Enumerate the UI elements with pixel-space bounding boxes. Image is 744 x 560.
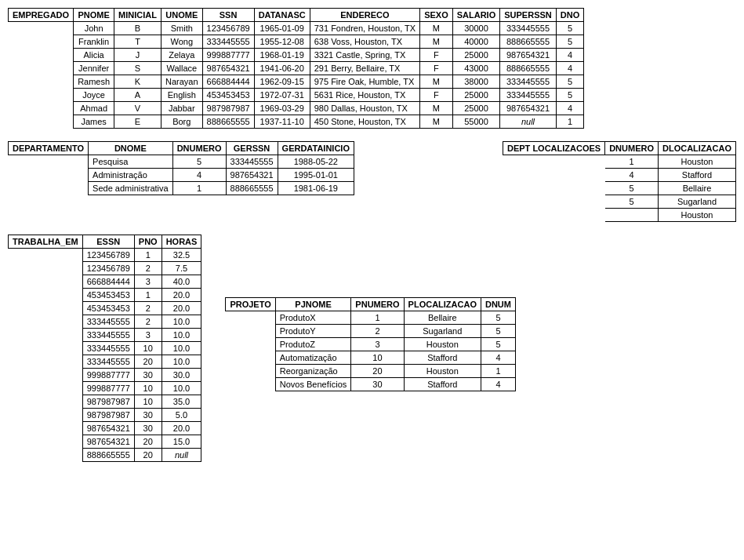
- table-row: M: [420, 75, 453, 89]
- dept-localizacoes-table: DEPT LOCALIZACOESDNUMERODLOCALIZACAO 1Ho…: [503, 141, 736, 222]
- table-row: [226, 378, 275, 391]
- table-row: 3: [134, 275, 162, 289]
- table-row: 4: [556, 102, 583, 115]
- table-row: 333445555: [82, 355, 134, 369]
- table-row: [9, 382, 83, 395]
- table-row: 30: [351, 378, 404, 391]
- empregado-header-superssn: SUPERSSN: [500, 9, 557, 22]
- table-row: Sede administrativa: [89, 182, 173, 195]
- table-row: Bellaire: [659, 182, 736, 195]
- table-row: 333445555: [500, 22, 557, 35]
- table-row: 4: [605, 169, 659, 182]
- dept-loc-th-0: DEPT LOCALIZACOES: [503, 142, 604, 155]
- table-row: 10.0: [162, 342, 201, 355]
- table-row: Jabbar: [161, 102, 202, 115]
- table-row: 975 Fire Oak, Humble, TX: [310, 75, 419, 89]
- empregado-header-sexo: SEXO: [420, 9, 453, 22]
- table-row: 7.5: [162, 262, 201, 275]
- table-row: 453453453: [82, 302, 134, 315]
- table-row: 731 Fondren, Houston, TX: [310, 22, 419, 35]
- table-row: 10: [351, 351, 404, 365]
- table-row: 5: [556, 89, 583, 102]
- table-row: 32.5: [162, 249, 201, 262]
- trabalha-em-header-essn: ESSN: [82, 235, 134, 249]
- table-row: 3: [134, 329, 162, 342]
- table-row: null: [500, 115, 557, 129]
- table-row: 10: [134, 395, 162, 409]
- table-row: 333445555: [202, 35, 254, 49]
- table-row: 987654321: [202, 62, 254, 75]
- table-row: 1962-09-15: [254, 75, 310, 89]
- table-row: Alicia: [74, 49, 114, 62]
- table-row: 888665555: [500, 62, 557, 75]
- table-row: [9, 102, 74, 115]
- table-row: 4: [172, 169, 226, 182]
- empregado-header-datanasc: DATANASC: [254, 9, 310, 22]
- table-row: 123456789: [82, 249, 134, 262]
- table-row: [9, 62, 74, 75]
- table-row: [9, 302, 83, 315]
- table-row: 888665555: [226, 182, 278, 195]
- table-row: 30.0: [162, 369, 201, 382]
- table-row: 20: [351, 365, 404, 378]
- bottom-section: TRABALHA_EM ESSN PNO HORAS 123456789132.…: [8, 235, 736, 462]
- table-row: 5: [481, 325, 515, 338]
- empregado-header-unome: UNOME: [161, 9, 202, 22]
- table-row: 987987987: [82, 395, 134, 409]
- table-row: [9, 89, 74, 102]
- table-row: E: [114, 115, 162, 129]
- table-row: [503, 182, 604, 195]
- table-row: Bellaire: [404, 311, 481, 325]
- table-row: [9, 169, 89, 182]
- table-row: S: [114, 62, 162, 75]
- table-row: [9, 422, 83, 435]
- table-row: 20.0: [162, 289, 201, 302]
- table-row: F: [420, 49, 453, 62]
- table-row: [9, 289, 83, 302]
- table-row: 666884444: [202, 75, 254, 89]
- table-row: 3321 Castle, Spring, TX: [310, 49, 419, 62]
- table-row: M: [420, 102, 453, 115]
- table-row: [9, 342, 83, 355]
- table-row: [9, 329, 83, 342]
- table-row: F: [420, 89, 453, 102]
- table-row: 1988-05-22: [278, 155, 354, 169]
- table-row: 1: [134, 289, 162, 302]
- table-row: 20.0: [162, 422, 201, 435]
- table-row: [9, 249, 83, 262]
- table-row: Sugarland: [659, 195, 736, 209]
- table-row: 980 Dallas, Houston, TX: [310, 102, 419, 115]
- table-row: 1937-11-10: [254, 115, 310, 129]
- departamento-header-gerdatainicio: GERDATAINICIO: [278, 142, 354, 155]
- table-row: 5: [605, 195, 659, 209]
- table-row: [503, 155, 604, 169]
- table-row: Reorganização: [275, 365, 351, 378]
- departamento-header-dnumero: DNUMERO: [172, 142, 226, 155]
- empregado-header-ssn: SSN: [202, 9, 254, 22]
- table-row: Wong: [161, 35, 202, 49]
- table-row: 333445555: [226, 155, 278, 169]
- table-row: Sugarland: [404, 325, 481, 338]
- table-row: 987654321: [226, 169, 278, 182]
- table-row: 20.0: [162, 302, 201, 315]
- table-row: 4: [481, 351, 515, 365]
- table-row: 4: [556, 62, 583, 75]
- table-row: 888665555: [82, 449, 134, 462]
- table-row: 1941-06-20: [254, 62, 310, 75]
- table-row: 10.0: [162, 355, 201, 369]
- table-row: [226, 311, 275, 325]
- table-row: 333445555: [82, 329, 134, 342]
- table-row: 2: [134, 262, 162, 275]
- table-row: Ramesh: [74, 75, 114, 89]
- table-row: [9, 449, 83, 462]
- table-row: Houston: [404, 365, 481, 378]
- table-row: [9, 275, 83, 289]
- table-row: 888665555: [202, 115, 254, 129]
- empregado-header-minicial: MINICIAL: [114, 9, 162, 22]
- table-row: 4: [481, 378, 515, 391]
- table-row: M: [420, 115, 453, 129]
- table-row: 999887777: [82, 382, 134, 395]
- table-row: 1981-06-19: [278, 182, 354, 195]
- empregado-header-pnome: PNOME: [74, 9, 114, 22]
- table-row: [503, 169, 604, 182]
